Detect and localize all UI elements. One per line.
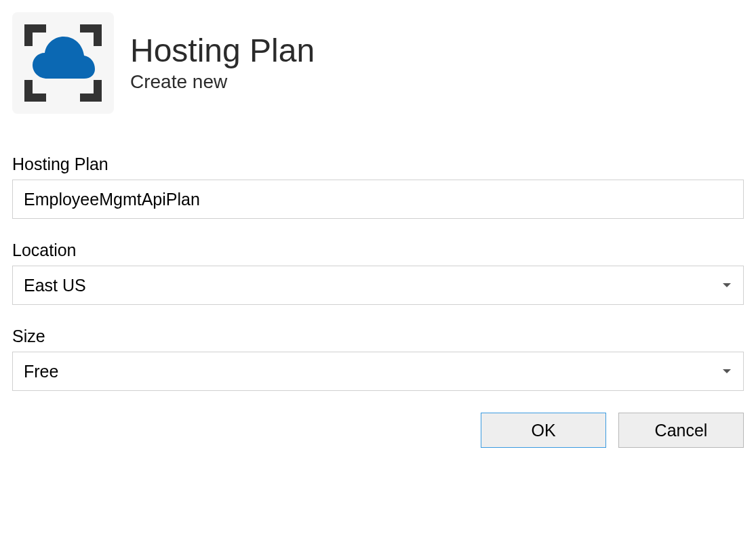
- size-field-group: Size Free: [12, 327, 744, 391]
- size-select-wrap: Free: [12, 352, 744, 391]
- size-label: Size: [12, 327, 744, 346]
- hosting-plan-label: Hosting Plan: [12, 154, 744, 174]
- ok-button[interactable]: OK: [481, 413, 606, 448]
- dialog-header: Hosting Plan Create new: [12, 12, 744, 114]
- location-select-wrap: East US: [12, 266, 744, 305]
- dialog-button-row: OK Cancel: [12, 413, 744, 448]
- page-subtitle: Create new: [130, 71, 315, 93]
- cloud-focus-icon: [19, 19, 107, 107]
- size-select[interactable]: Free: [12, 352, 744, 391]
- location-label: Location: [12, 241, 744, 260]
- hosting-plan-icon: [12, 12, 114, 114]
- hosting-plan-input[interactable]: [12, 180, 744, 219]
- location-select[interactable]: East US: [12, 266, 744, 305]
- title-block: Hosting Plan Create new: [130, 33, 315, 93]
- cancel-button[interactable]: Cancel: [618, 413, 744, 448]
- page-title: Hosting Plan: [130, 33, 315, 69]
- location-field-group: Location East US: [12, 241, 744, 305]
- hosting-plan-field-group: Hosting Plan: [12, 154, 744, 219]
